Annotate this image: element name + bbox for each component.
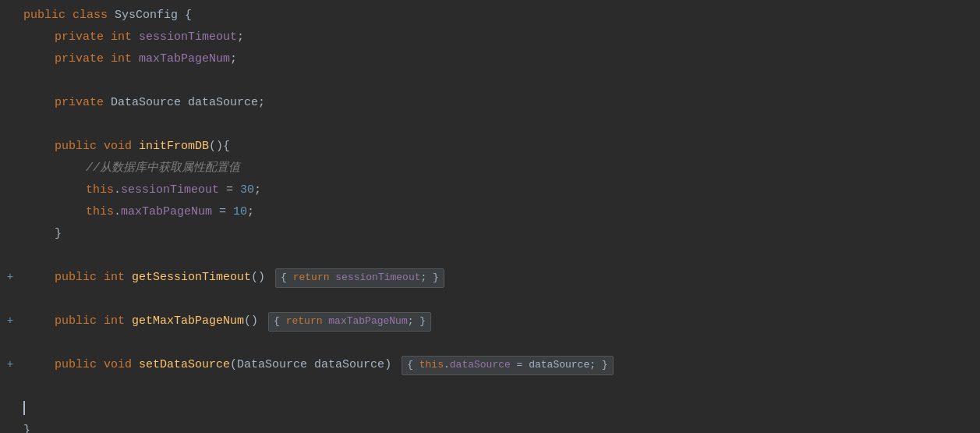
gutter-marker: + <box>0 312 23 329</box>
token-method-name: setDataSource <box>139 358 230 371</box>
token-punctuation: } <box>55 227 62 240</box>
gutter-marker: + <box>0 268 23 286</box>
token-field-name: sessionTimeout <box>121 183 219 197</box>
code-line: public class SysConfig { <box>0 6 980 28</box>
token-kw-void: void <box>104 140 139 153</box>
token-kw-void: void <box>104 358 139 371</box>
token-kw-public: public <box>55 140 104 153</box>
code-line <box>0 399 980 421</box>
collapsed-method-body[interactable]: { this.dataSource = dataSource; } <box>402 356 613 375</box>
token-kw-this: this <box>86 183 114 197</box>
token-comment: //从数据库中获取属性配置值 <box>86 161 240 175</box>
token-punctuation: } <box>23 424 30 433</box>
line-content: this.maxTabPageNum = 10; <box>23 203 254 222</box>
code-line <box>0 334 980 356</box>
token-class-name: SysConfig <box>115 9 185 22</box>
token-field-name: maxTabPageNum <box>121 205 212 218</box>
token-punctuation: . <box>114 205 121 218</box>
token-kw-private: private <box>55 52 111 66</box>
line-content: public int getMaxTabPageNum() { return m… <box>23 312 431 332</box>
line-content: public class SysConfig { <box>23 6 192 25</box>
token-punctuation: ( <box>230 358 237 371</box>
code-line: //从数据库中获取属性配置值 <box>0 159 980 181</box>
code-line <box>0 290 980 312</box>
line-content: public void setDataSource(DataSource dat… <box>23 356 614 375</box>
token-punctuation: () <box>244 314 265 328</box>
line-content: } <box>23 225 62 243</box>
token-kw-this: this <box>86 205 114 218</box>
token-field-name: sessionTimeout <box>139 30 237 44</box>
gutter-marker: + <box>0 356 23 373</box>
code-line: private DataSource dataSource; <box>0 94 980 115</box>
token-kw-public: public <box>55 314 104 328</box>
code-line <box>0 247 980 268</box>
token-kw-private: private <box>55 30 111 44</box>
token-punctuation: ; <box>258 96 265 109</box>
code-line: +public int getSessionTimeout() { return… <box>0 268 980 290</box>
token-method-name: initFromDB <box>139 140 209 153</box>
token-number: 30 <box>240 183 254 197</box>
token-type-name: dataSource <box>188 96 258 109</box>
code-line: public void initFromDB(){ <box>0 137 980 159</box>
collapsed-method-body[interactable]: { return sessionTimeout; } <box>275 268 444 288</box>
code-line <box>0 115 980 137</box>
token-punctuation: ) <box>384 358 398 371</box>
line-content: public int getSessionTimeout() { return … <box>23 268 444 288</box>
token-kw-public: public <box>55 358 104 371</box>
code-line: this.sessionTimeout = 30; <box>0 181 980 203</box>
token-method-name: getMaxTabPageNum <box>132 314 244 328</box>
token-kw-private: private <box>55 96 111 109</box>
token-DataSource: DataSource <box>111 96 188 109</box>
collapsed-method-body[interactable]: { return maxTabPageNum; } <box>268 312 431 332</box>
token-punctuation: ; <box>254 183 261 197</box>
token-DataSource: DataSource <box>237 358 314 371</box>
token-punctuation: = <box>212 205 233 218</box>
token-punctuation: . <box>114 183 121 197</box>
code-line: private int maxTabPageNum; <box>0 50 980 72</box>
token-kw-int: int <box>104 271 132 284</box>
token-punctuation: (){ <box>209 140 230 153</box>
token-kw-public: public <box>55 271 104 284</box>
text-cursor <box>23 401 25 415</box>
code-line: +public int getMaxTabPageNum() { return … <box>0 312 980 334</box>
code-editor: public class SysConfig {private int sess… <box>0 0 980 433</box>
code-line: } <box>0 421 980 433</box>
line-content: private int maxTabPageNum; <box>23 50 237 69</box>
line-content: private int sessionTimeout; <box>23 28 244 47</box>
line-content <box>23 399 25 418</box>
token-punctuation: () <box>251 271 272 284</box>
token-field-name: maxTabPageNum <box>139 52 230 66</box>
token-punctuation: ; <box>247 205 254 218</box>
code-line: } <box>0 225 980 247</box>
token-kw-int: int <box>111 52 139 66</box>
code-line: +public void setDataSource(DataSource da… <box>0 356 980 378</box>
code-line: private int sessionTimeout; <box>0 28 980 50</box>
line-content: private DataSource dataSource; <box>23 94 265 112</box>
token-kw-class: class <box>73 9 115 22</box>
token-kw-int: int <box>111 30 139 44</box>
code-line: this.maxTabPageNum = 10; <box>0 203 980 225</box>
token-type-name: dataSource <box>314 358 384 371</box>
token-punctuation: ; <box>230 52 237 66</box>
code-line <box>0 378 980 399</box>
line-content: public void initFromDB(){ <box>23 137 230 156</box>
token-kw-int: int <box>104 314 132 328</box>
token-punctuation: = <box>219 183 240 197</box>
token-punctuation: ; <box>237 30 244 44</box>
token-kw-public: public <box>23 9 73 22</box>
line-content: } <box>23 421 30 433</box>
token-number: 10 <box>233 205 247 218</box>
token-method-name: getSessionTimeout <box>132 271 251 284</box>
line-content: this.sessionTimeout = 30; <box>23 181 261 200</box>
code-line <box>0 72 980 94</box>
line-content: //从数据库中获取属性配置值 <box>23 159 240 178</box>
token-punctuation: { <box>185 9 192 22</box>
